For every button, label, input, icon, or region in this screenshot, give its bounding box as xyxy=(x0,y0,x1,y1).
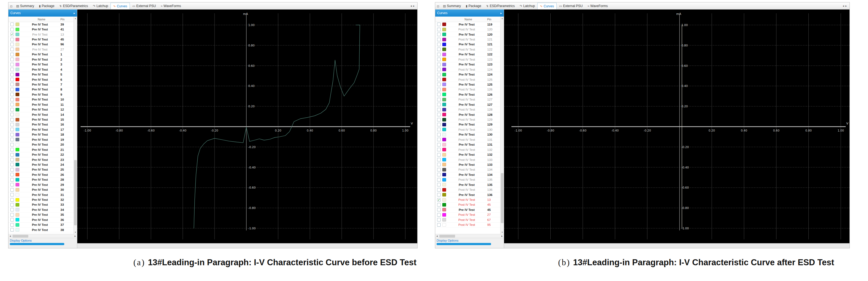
color-swatch[interactable] xyxy=(16,108,19,111)
scrollbar-thumb[interactable] xyxy=(439,235,455,238)
row-checkbox[interactable] xyxy=(437,128,441,131)
color-swatch[interactable] xyxy=(16,213,19,217)
row-checkbox[interactable] xyxy=(437,28,441,31)
column-header-pin[interactable]: Pin xyxy=(487,17,500,21)
column-header-name[interactable]: Name xyxy=(450,17,487,21)
list-item[interactable]: Post IV Test127 xyxy=(435,97,504,102)
row-checkbox[interactable] xyxy=(10,143,14,146)
list-item[interactable]: Post IV Test123 xyxy=(435,57,504,62)
color-swatch[interactable] xyxy=(442,33,446,36)
tab-scroll-buttons[interactable]: ◂▸ xyxy=(410,4,416,7)
color-swatch[interactable] xyxy=(16,93,19,96)
row-checkbox-checked[interactable]: ✓ xyxy=(437,198,441,202)
color-swatch[interactable] xyxy=(442,43,446,46)
tab-package[interactable]: ▮Package xyxy=(36,3,57,9)
row-checkbox[interactable] xyxy=(10,23,14,26)
list-item[interactable]: Pre IV Test123 xyxy=(435,62,504,67)
color-swatch[interactable] xyxy=(16,153,19,156)
color-swatch[interactable] xyxy=(442,123,446,127)
row-checkbox[interactable] xyxy=(10,223,14,226)
horizontal-scrollbar[interactable]: ◀ ▶ xyxy=(435,234,504,238)
color-swatch[interactable] xyxy=(16,53,19,56)
row-checkbox[interactable] xyxy=(10,73,14,76)
list-item[interactable]: Post IV Test134 xyxy=(435,167,504,172)
color-swatch[interactable] xyxy=(442,158,446,162)
curves-panel-titlebar[interactable]: Curves ▸ xyxy=(435,9,504,16)
row-checkbox[interactable] xyxy=(10,103,14,106)
list-item[interactable]: Pre IV Test130 xyxy=(435,132,504,137)
color-swatch[interactable] xyxy=(16,228,19,232)
row-checkbox[interactable] xyxy=(437,58,441,61)
color-swatch[interactable] xyxy=(442,98,446,101)
iv-curve-chart-before[interactable]: mAV1.000.800.600.400.20-0.20-0.40-0.60-0… xyxy=(77,9,417,243)
row-checkbox[interactable] xyxy=(10,158,14,162)
row-checkbox-checked[interactable]: ✓ xyxy=(10,33,14,36)
row-checkbox[interactable] xyxy=(437,153,441,156)
color-swatch[interactable] xyxy=(16,38,19,41)
list-item[interactable]: Pre IV Test119 xyxy=(435,22,504,27)
list-item[interactable]: Pre IV Test6 xyxy=(8,77,77,82)
row-checkbox[interactable] xyxy=(10,108,14,111)
color-swatch[interactable] xyxy=(442,58,446,61)
row-checkbox[interactable] xyxy=(437,118,441,121)
color-swatch[interactable] xyxy=(16,78,19,81)
list-item[interactable]: Pre IV Test125 xyxy=(435,82,504,87)
row-checkbox[interactable] xyxy=(10,113,14,116)
scroll-up-icon[interactable]: ▲ xyxy=(74,16,77,20)
row-checkbox[interactable] xyxy=(10,133,14,136)
list-item[interactable]: Post IV Test122 xyxy=(435,47,504,52)
tab-latchup[interactable]: ↷Latchup xyxy=(517,3,537,9)
color-swatch[interactable] xyxy=(442,218,446,221)
color-swatch[interactable] xyxy=(442,163,446,166)
list-item[interactable]: Pre IV Test131 xyxy=(435,142,504,147)
color-swatch[interactable] xyxy=(16,178,19,181)
color-swatch[interactable] xyxy=(16,193,19,197)
row-checkbox[interactable] xyxy=(437,93,441,96)
row-checkbox[interactable] xyxy=(437,138,441,141)
pin-panel-icon[interactable]: ▸ xyxy=(73,11,75,15)
color-swatch[interactable] xyxy=(16,33,19,36)
scrollbar-thumb[interactable] xyxy=(74,160,77,225)
tab-scroll-buttons[interactable]: ◂▸ xyxy=(843,4,848,7)
list-item[interactable]: Pre IV Test39 xyxy=(8,22,77,27)
row-checkbox[interactable] xyxy=(10,148,14,151)
list-item[interactable]: Pre IV Test16 xyxy=(8,122,77,127)
tab-curves[interactable]: ∿Curves xyxy=(111,3,130,9)
list-item[interactable]: Pre IV Test31 xyxy=(8,192,77,197)
row-checkbox[interactable] xyxy=(437,208,441,211)
list-item[interactable]: Post IV Test120 xyxy=(435,27,504,32)
color-swatch[interactable] xyxy=(442,23,446,26)
list-item[interactable]: Pre IV Test24 xyxy=(8,162,77,167)
list-item[interactable]: Pre IV Test128 xyxy=(435,112,504,117)
color-swatch[interactable] xyxy=(442,153,446,156)
list-item[interactable]: Post IV Test67 xyxy=(435,217,504,222)
list-item[interactable]: Pre IV Test23 xyxy=(8,157,77,162)
list-item[interactable]: Pre IV Test18 xyxy=(8,132,77,137)
list-item[interactable]: Pre IV Test29 xyxy=(8,182,77,187)
row-checkbox[interactable] xyxy=(437,23,441,26)
row-checkbox[interactable] xyxy=(10,228,14,232)
row-checkbox[interactable] xyxy=(10,163,14,166)
list-item[interactable]: Pre IV Test34 xyxy=(8,207,77,212)
row-checkbox[interactable] xyxy=(437,123,441,127)
list-item[interactable]: Post IV Test125 xyxy=(435,77,504,82)
row-checkbox[interactable] xyxy=(437,63,441,66)
row-checkbox[interactable] xyxy=(10,183,14,186)
display-options-link[interactable]: Display Options xyxy=(437,239,504,242)
row-checkbox[interactable] xyxy=(10,68,14,71)
tab-summary[interactable]: ▤Summary xyxy=(13,3,36,9)
list-item[interactable]: Post IV Test121 xyxy=(435,37,504,42)
list-item[interactable]: Pre IV Test21 xyxy=(8,147,77,152)
row-checkbox[interactable] xyxy=(437,47,441,51)
color-swatch[interactable] xyxy=(442,68,446,71)
list-item[interactable]: Post IV Test133 xyxy=(435,157,504,162)
tab-external-psu[interactable]: ▭External PSU xyxy=(557,3,585,9)
list-item[interactable]: Pre IV Test127 xyxy=(435,102,504,107)
row-checkbox[interactable] xyxy=(10,123,14,127)
color-swatch[interactable] xyxy=(442,93,446,96)
color-swatch[interactable] xyxy=(16,143,19,146)
color-swatch[interactable] xyxy=(442,178,446,181)
color-swatch[interactable] xyxy=(16,43,19,46)
color-swatch[interactable] xyxy=(442,213,446,217)
list-item[interactable]: Post IV Test95 xyxy=(435,222,504,227)
